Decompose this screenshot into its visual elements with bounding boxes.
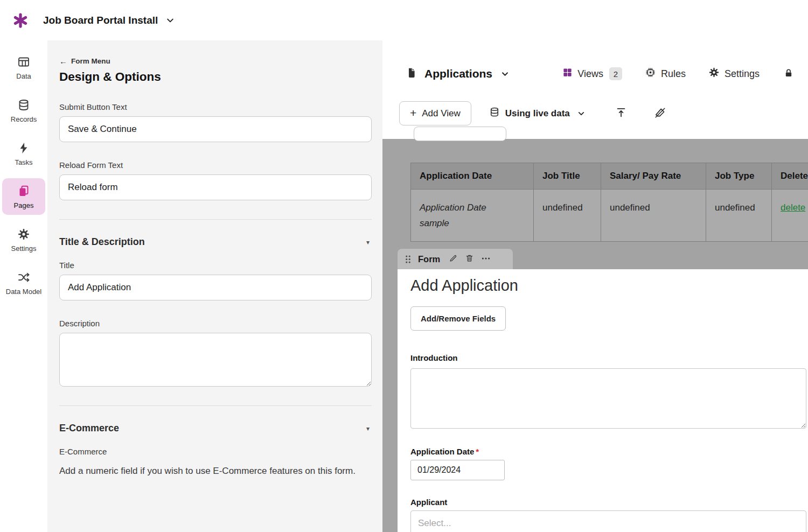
add-remove-fields-button[interactable]: Add/Remove Fields bbox=[410, 306, 506, 331]
data-model-flow-icon bbox=[17, 270, 30, 284]
divider bbox=[59, 219, 372, 220]
sidebar-item-pages[interactable]: Pages bbox=[2, 178, 45, 215]
section-title-label: E-Commerce bbox=[59, 423, 119, 434]
sidebar-item-tasks[interactable]: Tasks bbox=[2, 135, 45, 172]
title-label: Title bbox=[59, 261, 372, 270]
database-icon bbox=[17, 98, 30, 112]
ellipsis-icon bbox=[481, 254, 491, 265]
column-header: Salary/ Pay Rate bbox=[601, 163, 706, 190]
app-title[interactable]: Job Board Portal Install bbox=[43, 15, 158, 26]
add-view-button[interactable]: + Add View bbox=[399, 101, 471, 125]
main-area: Applications Views 2 bbox=[382, 40, 808, 532]
sidebar-item-records[interactable]: Records bbox=[2, 92, 45, 129]
plus-icon: + bbox=[410, 107, 416, 118]
settings-label: Settings bbox=[725, 68, 760, 80]
form-view-toolbar: Form bbox=[398, 249, 513, 269]
app-logo-asterisk-icon[interactable] bbox=[12, 12, 29, 29]
sidebar-item-label: Pages bbox=[14, 201, 34, 209]
section-ecommerce[interactable]: E-Commerce ▾ bbox=[59, 423, 372, 434]
views-label: Views bbox=[577, 68, 603, 80]
caret-down-icon[interactable]: ▾ bbox=[366, 425, 370, 432]
trash-icon bbox=[465, 254, 474, 264]
introduction-textarea[interactable] bbox=[410, 368, 806, 429]
column-header: Job Title bbox=[534, 163, 601, 190]
application-date-input[interactable] bbox=[410, 460, 505, 480]
pencil-icon bbox=[449, 254, 458, 264]
drag-handle-icon[interactable] bbox=[405, 255, 411, 264]
caret-down-icon[interactable]: ▾ bbox=[366, 239, 370, 246]
column-header: Application Date bbox=[411, 163, 534, 190]
table-row: Application Date sample undefined undefi… bbox=[411, 190, 808, 242]
application-date-label: Application Date* bbox=[410, 447, 479, 456]
back-link-label: Form Menu bbox=[71, 57, 110, 65]
views-button[interactable]: Views 2 bbox=[562, 67, 622, 80]
table-grid-icon bbox=[17, 55, 30, 69]
submit-button-text-label: Submit Button Text bbox=[59, 102, 372, 111]
rules-label: Rules bbox=[661, 68, 686, 80]
applicant-select[interactable]: Select... bbox=[410, 510, 806, 532]
fit-height-icon bbox=[615, 107, 627, 120]
delete-view-button[interactable] bbox=[465, 254, 474, 264]
views-grid-icon bbox=[562, 67, 573, 80]
panel-title: Design & Options bbox=[59, 70, 372, 84]
table-header-row: Application Date Job Title Salary/ Pay R… bbox=[411, 163, 808, 190]
delete-link[interactable]: delete bbox=[781, 202, 805, 213]
settings-button[interactable]: Settings bbox=[708, 67, 760, 81]
object-header: Applications Views 2 bbox=[406, 62, 794, 86]
gear-icon bbox=[708, 67, 720, 81]
sidebar-item-data[interactable]: Data bbox=[2, 49, 45, 86]
rules-chip-icon bbox=[645, 67, 656, 81]
design-options-panel: ← Form Menu Design & Options Submit Butt… bbox=[47, 40, 382, 532]
description-label: Description bbox=[59, 319, 372, 328]
page-preview-canvas: Application Date Job Title Salary/ Pay R… bbox=[382, 139, 808, 532]
data-source-dropdown[interactable]: Using live data bbox=[489, 107, 585, 120]
fit-height-button[interactable] bbox=[615, 107, 627, 120]
form-title: Add Application bbox=[410, 277, 518, 295]
back-to-form-menu-link[interactable]: ← Form Menu bbox=[59, 57, 110, 65]
page-file-icon bbox=[406, 67, 417, 81]
edit-view-button[interactable] bbox=[449, 254, 458, 264]
object-title[interactable]: Applications bbox=[424, 67, 492, 80]
sidebar: Data Records Tasks bbox=[0, 40, 47, 532]
pages-icon bbox=[17, 184, 30, 198]
app-root: Job Board Portal Install Data Records bbox=[0, 0, 808, 532]
clipped-control-fragment[interactable] bbox=[414, 127, 506, 141]
sidebar-item-label: Data bbox=[16, 72, 31, 80]
column-header: Delete bbox=[772, 163, 808, 190]
form-view-preview: Add Application Add/Remove Fields Introd… bbox=[398, 269, 808, 532]
chevron-down-icon[interactable] bbox=[166, 16, 175, 25]
chevron-down-icon bbox=[577, 110, 585, 117]
object-header-actions: Views 2 Rules bbox=[562, 67, 794, 81]
rules-button[interactable]: Rules bbox=[645, 67, 686, 81]
application-date-label-text: Application Date bbox=[410, 447, 474, 456]
divider bbox=[59, 405, 372, 406]
section-title-label: Title & Description bbox=[59, 236, 145, 248]
form-title-input[interactable] bbox=[59, 275, 372, 300]
sidebar-item-data-model[interactable]: Data Model bbox=[2, 264, 45, 301]
chevron-down-icon[interactable] bbox=[501, 70, 509, 78]
reload-form-text-input[interactable] bbox=[59, 174, 372, 200]
lock-button[interactable] bbox=[783, 68, 794, 80]
submit-button-text-input[interactable] bbox=[59, 116, 372, 142]
form-view-label: Form bbox=[418, 254, 440, 264]
ecommerce-help-text: Add a numeric field if you wish to use E… bbox=[59, 463, 372, 479]
lock-icon bbox=[783, 68, 794, 80]
job-type-cell: undefined bbox=[706, 190, 772, 242]
eraser-slash-icon bbox=[654, 107, 666, 121]
select-placeholder: Select... bbox=[418, 518, 451, 529]
applications-preview-table: Application Date Job Title Salary/ Pay R… bbox=[410, 163, 808, 242]
sidebar-item-label: Records bbox=[11, 115, 37, 123]
description-textarea[interactable] bbox=[59, 333, 372, 387]
more-options-button[interactable] bbox=[481, 254, 491, 265]
introduction-label: Introduction bbox=[410, 353, 457, 362]
salary-pay-rate-cell: undefined bbox=[601, 190, 706, 242]
reload-form-text-label: Reload Form Text bbox=[59, 160, 372, 170]
sidebar-item-label: Settings bbox=[11, 244, 37, 253]
sidebar-item-label: Data Model bbox=[6, 288, 41, 296]
sidebar-item-settings[interactable]: Settings bbox=[2, 221, 45, 258]
section-title-description[interactable]: Title & Description ▾ bbox=[59, 236, 372, 248]
sidebar-item-label: Tasks bbox=[15, 158, 32, 166]
views-count-badge: 2 bbox=[609, 67, 622, 80]
database-stack-icon bbox=[489, 107, 500, 120]
clear-formatting-button[interactable] bbox=[654, 107, 666, 121]
